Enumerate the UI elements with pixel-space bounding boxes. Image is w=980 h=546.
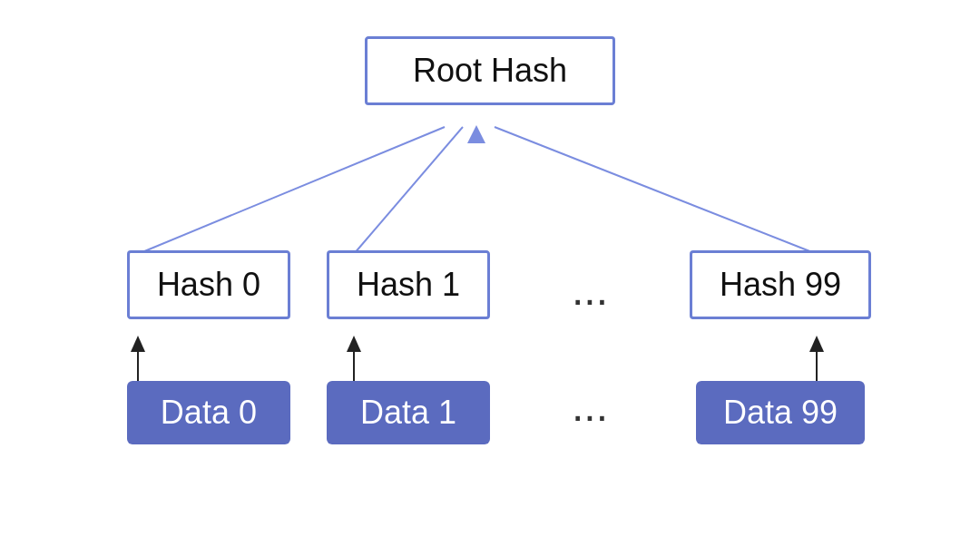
data-box-0: Data 0 bbox=[127, 381, 290, 444]
hash-box-0: Hash 0 bbox=[127, 250, 290, 319]
data-box-99: Data 99 bbox=[696, 381, 865, 444]
ellipsis-bottom: ... bbox=[572, 385, 608, 428]
diagram: Root Hash Hash 0 Data 0 Hash 1 Data 1 bbox=[0, 0, 980, 546]
data-box-1: Data 1 bbox=[327, 381, 490, 444]
node-col-1: Hash 1 Data 1 bbox=[327, 250, 490, 444]
hash-box-1: Hash 1 bbox=[327, 250, 490, 319]
root-hash-box: Root Hash bbox=[365, 36, 615, 105]
hash-box-99: Hash 99 bbox=[690, 250, 871, 319]
ellipsis-top: ... bbox=[572, 268, 608, 312]
node-col-0: Hash 0 Data 0 bbox=[127, 250, 290, 444]
node-col-99: Hash 99 Data 99 bbox=[690, 250, 871, 444]
ellipsis-col: ... ... bbox=[544, 250, 635, 428]
root-hash-label: Root Hash bbox=[413, 52, 567, 89]
bottom-row: Hash 0 Data 0 Hash 1 Data 1 ... ... bbox=[0, 250, 980, 444]
